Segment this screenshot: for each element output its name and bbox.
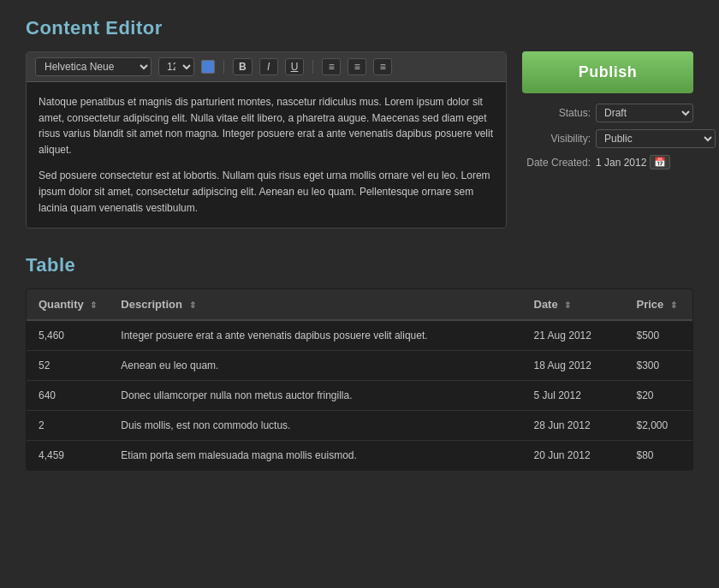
table-row: 640 Donec ullamcorper nulla non metus au… (27, 381, 693, 411)
cell-description-2: Donec ullamcorper nulla non metus auctor… (109, 381, 521, 411)
editor-paragraph-1: Natoque penatibus et magnis dis parturie… (39, 94, 494, 157)
visibility-row: Visibility: Public Private Password Prot… (522, 129, 693, 148)
date-field: 1 Jan 2012 📅 (596, 155, 693, 169)
table-row: 52 Aenean eu leo quam. 18 Aug 2012 $300 (27, 351, 693, 381)
content-editor-title: Content Editor (26, 17, 693, 39)
font-size-select[interactable]: 12 14 16 18 (158, 57, 194, 76)
cell-date-4: 20 Jun 2012 (522, 441, 625, 471)
table-header-row: Quantity ⇕ Description ⇕ Date ⇕ Price ⇕ (27, 289, 693, 321)
status-label: Status: (522, 107, 591, 119)
cell-date-0: 21 Aug 2012 (522, 320, 625, 351)
content-editor-section: Content Editor Helvetica Neue Arial Time… (26, 17, 693, 229)
cell-date-1: 18 Aug 2012 (522, 351, 625, 381)
table-row: 2 Duis mollis, est non commodo luctus. 2… (27, 411, 693, 441)
bold-button[interactable]: B (233, 58, 253, 75)
col-header-price[interactable]: Price ⇕ (625, 289, 693, 321)
cell-quantity-3: 2 (27, 411, 110, 441)
cell-price-1: $300 (625, 351, 693, 381)
date-created-row: Date Created: 1 Jan 2012 📅 (522, 155, 693, 169)
col-header-description[interactable]: Description ⇕ (109, 289, 521, 321)
toolbar-separator-2 (312, 60, 313, 74)
data-table: Quantity ⇕ Description ⇕ Date ⇕ Price ⇕ (26, 288, 693, 471)
cell-description-3: Duis mollis, est non commodo luctus. (109, 411, 521, 441)
publish-sidebar: Publish Status: Draft Published Pending … (522, 51, 693, 176)
status-row: Status: Draft Published Pending (522, 104, 693, 122)
cell-description-0: Integer posuere erat a ante venenatis da… (109, 320, 521, 351)
visibility-select[interactable]: Public Private Password Protected (596, 129, 716, 148)
cell-quantity-4: 4,459 (27, 441, 110, 471)
table-section: Table Quantity ⇕ Description ⇕ Date ⇕ Pr… (26, 254, 693, 471)
editor-layout: Helvetica Neue Arial Times New Roman 12 … (26, 51, 693, 229)
cell-description-4: Etiam porta sem malesuada magna mollis e… (109, 441, 521, 471)
toolbar-separator-1 (223, 60, 224, 74)
editor-main: Helvetica Neue Arial Times New Roman 12 … (26, 51, 507, 229)
sort-arrows-quantity: ⇕ (90, 300, 97, 310)
font-family-select[interactable]: Helvetica Neue Arial Times New Roman (35, 57, 152, 76)
calendar-icon-button[interactable]: 📅 (650, 155, 670, 169)
table-title: Table (26, 254, 693, 276)
cell-price-0: $500 (625, 320, 693, 351)
status-select[interactable]: Draft Published Pending (596, 104, 693, 122)
col-header-quantity[interactable]: Quantity ⇕ (27, 289, 110, 321)
color-picker[interactable] (201, 60, 215, 74)
cell-date-3: 28 Jun 2012 (522, 411, 625, 441)
date-created-label: Date Created: (522, 157, 591, 169)
editor-toolbar: Helvetica Neue Arial Times New Roman 12 … (27, 52, 506, 82)
date-created-value: 1 Jan 2012 (596, 157, 646, 169)
col-header-date[interactable]: Date ⇕ (522, 289, 625, 321)
cell-quantity-0: 5,460 (27, 320, 110, 351)
underline-button[interactable]: U (285, 58, 305, 75)
cell-quantity-2: 640 (27, 381, 110, 411)
editor-body[interactable]: Natoque penatibus et magnis dis parturie… (27, 82, 506, 228)
sort-arrows-price: ⇕ (670, 300, 677, 310)
editor-paragraph-2: Sed posuere consectetur est at lobortis.… (39, 168, 494, 216)
publish-meta: Status: Draft Published Pending Visibili… (522, 104, 693, 169)
visibility-label: Visibility: (522, 133, 591, 145)
align-left-button[interactable]: ≡ (322, 58, 341, 75)
cell-price-3: $2,000 (625, 411, 693, 441)
align-right-button[interactable]: ≡ (373, 58, 392, 75)
cell-price-2: $20 (625, 381, 693, 411)
italic-button[interactable]: I (259, 58, 278, 75)
table-row: 4,459 Etiam porta sem malesuada magna mo… (27, 441, 693, 471)
cell-date-2: 5 Jul 2012 (522, 381, 625, 411)
cell-price-4: $80 (625, 441, 693, 471)
publish-button[interactable]: Publish (522, 51, 693, 93)
align-center-button[interactable]: ≡ (348, 58, 366, 75)
cell-quantity-1: 52 (27, 351, 110, 381)
sort-arrows-date: ⇕ (564, 300, 571, 310)
table-row: 5,460 Integer posuere erat a ante venena… (27, 320, 693, 351)
sort-arrows-description: ⇕ (189, 300, 196, 310)
cell-description-1: Aenean eu leo quam. (109, 351, 521, 381)
